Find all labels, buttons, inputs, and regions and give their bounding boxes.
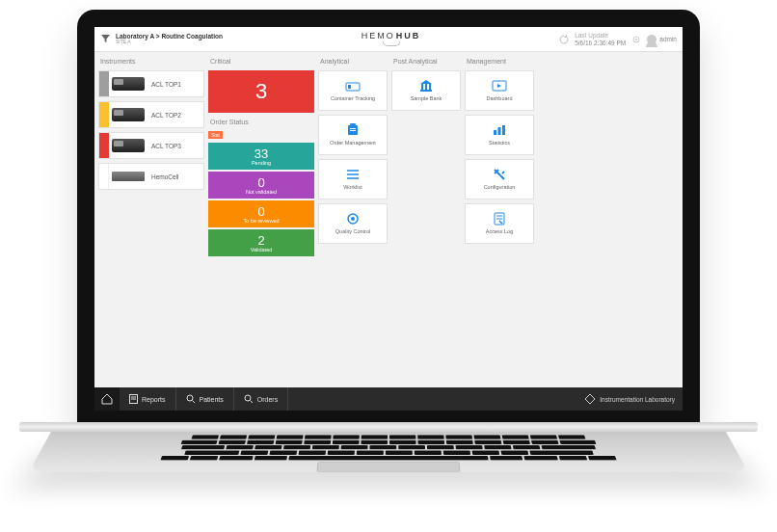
svg-point-12 (351, 217, 355, 221)
order-status-item[interactable]: 2 Validated (208, 229, 314, 256)
vendor-brand: Instrumentation Laboratory (576, 393, 683, 405)
tile-label: Dashboard (485, 95, 515, 101)
status-stripe (99, 164, 109, 189)
svg-rect-6 (350, 128, 356, 129)
tile-quality-control[interactable]: Quality Control (318, 203, 388, 244)
instrument-thumb (109, 133, 147, 158)
management-column: Management Dashboard Statistics Configur… (465, 56, 534, 384)
status-stripe (99, 133, 109, 158)
tile-label: Quality Control (334, 228, 372, 234)
order-status-item[interactable]: 33 Pending (208, 143, 314, 170)
reports-icon (129, 394, 138, 404)
svg-line-30 (250, 401, 253, 404)
search-icon (244, 394, 254, 404)
tile-label: Sample Bank (409, 95, 444, 101)
analytical-column: Analytical Container Tracking Order Mana… (318, 56, 388, 384)
keyboard-deck (29, 432, 748, 472)
svg-rect-7 (350, 130, 356, 131)
container-icon (345, 79, 361, 93)
nav-label: Reports (142, 396, 166, 403)
app-screen: Laboratory A > Routine Coagulation SITE … (94, 27, 683, 411)
instruments-header: Instruments (98, 56, 204, 66)
stat-tag[interactable]: Stat (208, 131, 223, 139)
user-icon (647, 35, 656, 44)
app-logo: HEMO HUB (362, 32, 421, 46)
instruments-column: Instruments ACL TOP1 ACL TOP2 A (98, 56, 204, 384)
settings-icon[interactable] (631, 35, 641, 44)
tile-label: Worklist (341, 184, 363, 190)
status-stripe (99, 102, 109, 127)
filter-icon[interactable] (100, 35, 110, 44)
tile-dashboard[interactable]: Dashboard (465, 70, 534, 111)
tile-container-tracking[interactable]: Container Tracking (318, 70, 388, 111)
critical-count[interactable]: 3 (208, 70, 314, 113)
brand-label: Instrumentation Laboratory (600, 396, 675, 403)
nav-orders[interactable]: Orders (234, 387, 288, 411)
svg-point-27 (187, 395, 193, 401)
configuration-icon (492, 168, 507, 181)
order-status-value: 2 (257, 234, 264, 247)
instrument-item[interactable]: ACL TOP2 (98, 101, 204, 128)
order-status-header: Order Status (208, 117, 314, 127)
trackpad (316, 462, 460, 471)
logo-text-bottom: HUB (396, 32, 421, 40)
home-icon (101, 393, 113, 405)
tile-configuration[interactable]: Configuration (465, 159, 534, 200)
critical-header: Critical (208, 56, 314, 66)
order-status-item[interactable]: 0 To be reviewed (208, 200, 314, 227)
laptop-mockup: Laboratory A > Routine Coagulation SITE … (0, 0, 777, 532)
brand-icon (584, 393, 596, 405)
tile-label: Order Management (328, 140, 378, 146)
svg-rect-14 (425, 84, 427, 90)
instrument-label: ACL TOP3 (147, 143, 203, 149)
order-status-value: 0 (257, 205, 264, 218)
last-update: Last Update 5/6/16 2:36:49 PM (575, 32, 626, 45)
order-status-label: Pending (252, 160, 271, 166)
top-bar: Laboratory A > Routine Coagulation SITE … (94, 27, 683, 52)
instrument-thumb (109, 164, 147, 189)
breadcrumb-block[interactable]: Laboratory A > Routine Coagulation SITE … (116, 33, 223, 45)
laptop-hinge (19, 422, 758, 432)
nav-patients[interactable]: Patients (176, 387, 234, 411)
user-name: admin (659, 36, 677, 42)
dashboard-icon (492, 79, 507, 93)
user-menu[interactable]: admin (647, 35, 677, 44)
instrument-label: ACL TOP1 (147, 81, 203, 88)
order-status-label: Validated (251, 247, 273, 253)
status-column: Critical 3 Order Status Stat 33 Pending … (208, 56, 314, 384)
instrument-label: ACL TOP2 (147, 112, 203, 119)
svg-rect-3 (348, 85, 351, 89)
tile-access-log[interactable]: Access Log (465, 203, 534, 244)
refresh-icon[interactable] (559, 35, 569, 44)
nav-label: Orders (257, 396, 278, 403)
tile-label: Container Tracking (329, 95, 377, 101)
last-update-value: 5/6/16 2:36:49 PM (575, 40, 626, 46)
logo-text-top: HEMO (362, 32, 395, 40)
home-button[interactable] (94, 387, 120, 411)
svg-rect-5 (350, 123, 356, 126)
instrument-label: HemoCell (147, 173, 203, 180)
tile-worklist[interactable]: Worklist (318, 159, 388, 200)
nav-label: Patients (200, 396, 224, 403)
tile-sample-bank[interactable]: Sample Bank (391, 70, 461, 111)
status-stripe (99, 71, 109, 96)
post-analytical-column: Post Analytical Sample Bank (391, 56, 461, 384)
instrument-item[interactable]: ACL TOP1 (98, 70, 204, 97)
instrument-item[interactable]: HemoCell (98, 163, 204, 190)
instrument-thumb (109, 102, 147, 127)
last-update-label: Last Update (575, 32, 608, 39)
analytical-header: Analytical (318, 56, 388, 66)
order-status-item[interactable]: 0 Not validated (208, 172, 314, 199)
nav-reports[interactable]: Reports (120, 387, 176, 411)
order-status-label: Not validated (246, 189, 277, 195)
svg-rect-16 (420, 90, 432, 92)
order-mgmt-icon (345, 123, 361, 137)
order-status-list: 33 Pending 0 Not validated 0 To be revie… (208, 143, 314, 256)
tile-statistics[interactable]: Statistics (465, 115, 534, 155)
order-status-value: 0 (257, 176, 264, 189)
tile-order-management[interactable]: Order Management (318, 115, 388, 155)
order-status-label: To be reviewed (244, 218, 280, 224)
main-content: Instruments ACL TOP1 ACL TOP2 A (94, 52, 683, 387)
instrument-item[interactable]: ACL TOP3 (98, 132, 204, 159)
svg-rect-15 (429, 84, 431, 90)
